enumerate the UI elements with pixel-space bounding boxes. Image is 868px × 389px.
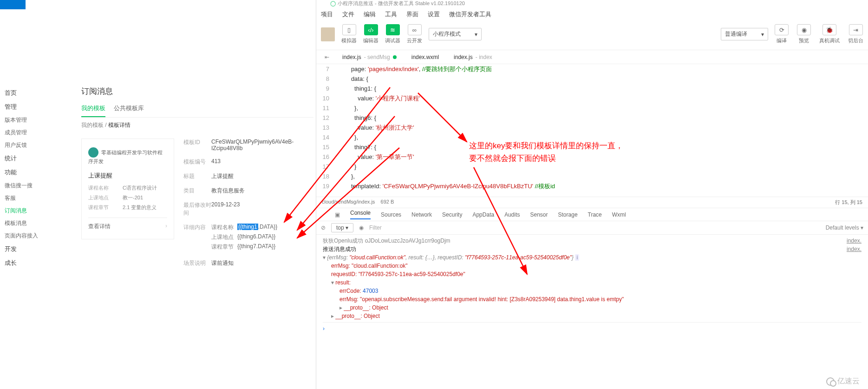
context-select[interactable]: top ▾ [331, 223, 353, 232]
tab-security[interactable]: Security [442, 211, 462, 218]
tab-audits[interactable]: Audits [504, 211, 520, 218]
tab-my-templates[interactable]: 我的模板 [81, 104, 105, 117]
page-title: 订阅消息 [81, 86, 313, 97]
console-prompt[interactable]: › [323, 322, 861, 333]
card-row-v: 2.1 变量的意义 [123, 204, 157, 211]
file-tabs: ⇤ index.js- sendMsg index.wxml index.js-… [316, 50, 868, 64]
body-k2: 上课地点 [211, 233, 237, 241]
menu-file[interactable]: 文件 [342, 10, 354, 19]
editor-button[interactable]: ‹/›编辑器 [363, 24, 379, 44]
code-lines: page: 'pages/index/index', //要跳转到那个小程序页面… [333, 64, 868, 197]
detail-body-label: 详细内容 [183, 224, 211, 253]
cloud-button[interactable]: ∞云开发 [407, 24, 422, 44]
menu-edit[interactable]: 编辑 [364, 10, 376, 19]
nav-template-msg[interactable]: 模板消息 [0, 217, 51, 230]
nav-search[interactable]: 微信搜一搜 [0, 179, 51, 192]
toolbar: ▯模拟器 ‹/›编辑器 ≋调试器 ∞云开发 小程序模式▾ 普通编译▾ ⟳编译 ◉… [316, 21, 868, 50]
tab-public-templates[interactable]: 公共模板库 [114, 104, 144, 117]
template-tabs: 我的模板 公共模板库 [81, 104, 313, 118]
card-row-v: 教一-201 [123, 194, 143, 201]
blue-header-bar [0, 0, 26, 9]
detail-title-label: 标题 [183, 172, 211, 180]
card-title: 上课提醒 [88, 171, 167, 180]
unsaved-dot-icon [393, 55, 397, 59]
menu-ui[interactable]: 界面 [406, 10, 418, 19]
compile-button[interactable]: ⟳编译 [775, 24, 789, 44]
chevron-right-icon: › [165, 223, 167, 231]
tab-sensor[interactable]: Sensor [530, 211, 548, 218]
file-tab[interactable]: index.js- sendMsg [336, 52, 403, 63]
preview-button[interactable]: ◉预览 [797, 24, 811, 44]
card-row-k: 课程名称 [88, 185, 111, 191]
nav-version[interactable]: 版本管理 [0, 114, 51, 126]
clear-console-icon[interactable]: ⊘ [321, 224, 326, 231]
menu-project[interactable]: 项目 [321, 10, 333, 19]
tab-appdata[interactable]: AppData [472, 211, 494, 218]
menu-bar: 项目 文件 编辑 工具 界面 设置 微信开发者工具 [316, 7, 868, 21]
detail-no-value: 413 [211, 158, 304, 166]
side-nav: 首页 管理 版本管理 成员管理 用户反馈 统计 功能 微信搜一搜 客服 订阅消息… [0, 86, 51, 270]
detail-id-value: CFeSWarQLMPyPjwmiy6AV4eB-IZcipu48V8b [211, 138, 304, 152]
source-link[interactable]: index. [847, 237, 861, 245]
detail-time-value: 2019-12-23 [211, 201, 304, 217]
detail-time-label: 最后修改时间 [183, 201, 211, 217]
collapse-sidebar-icon[interactable]: ⇤ [320, 54, 334, 60]
editor-statusbar: cloud/sendMsg/index.js 692 B 行 15, 列 15 [316, 197, 868, 208]
nav-page-content[interactable]: 页面内容接入 [0, 230, 51, 242]
menu-tools[interactable]: 工具 [385, 10, 397, 19]
inspect-icon[interactable]: ▣ [335, 211, 340, 218]
template-preview-card: 零基础编程开发学习软件程序开发 上课提醒 课程名称C语言程序设计 上课地点教一-… [81, 138, 174, 239]
breadcrumb: 我的模板 / 模板详情 [81, 121, 313, 129]
nav-growth[interactable]: 成长 [0, 256, 51, 270]
compile-mode-select[interactable]: 普通编译▾ [721, 28, 768, 40]
tab-storage[interactable]: Storage [558, 211, 578, 218]
tab-sources[interactable]: Sources [381, 211, 401, 218]
nav-home[interactable]: 首页 [0, 86, 51, 100]
mode-select[interactable]: 小程序模式▾ [429, 28, 482, 40]
code-editor[interactable]: 78910111213141516171819 page: 'pages/ind… [316, 64, 868, 197]
file-tab[interactable]: index.wxml [405, 52, 445, 63]
detail-cat-value: 教育信息服务 [211, 187, 304, 195]
nav-manage[interactable]: 管理 [0, 100, 51, 114]
card-row-k: 课程章节 [88, 204, 111, 211]
file-tab[interactable]: index.js- index [447, 52, 499, 63]
crumb-root[interactable]: 我的模板 [81, 122, 104, 128]
tab-trace[interactable]: Trace [588, 211, 602, 218]
nav-members[interactable]: 成员管理 [0, 126, 51, 139]
tab-console[interactable]: Console [350, 210, 371, 219]
nav-service[interactable]: 客服 [0, 192, 51, 204]
debugger-button[interactable]: ≋调试器 [385, 24, 400, 44]
body-k1: 课程名称 [211, 224, 237, 231]
console-output[interactable]: 狄狄OpenIu成功 oJDoLowLuzcJzoAVJg1crr9ogDjmi… [316, 235, 868, 335]
live-expression-icon[interactable]: ◉ [359, 224, 364, 231]
project-avatar [321, 27, 335, 41]
nav-subscribe[interactable]: 订阅消息 [0, 204, 51, 217]
crumb-current: 模板详情 [108, 122, 131, 128]
body-v3: {{thing7.DATA}} [237, 243, 275, 251]
chevron-down-icon: ▾ [475, 31, 477, 38]
avatar [88, 147, 98, 158]
remote-debug-button[interactable]: 🐞真机调试 [819, 24, 840, 44]
source-link[interactable]: index. [847, 245, 861, 253]
detail-scene-value: 课前通知 [211, 259, 304, 267]
nav-feedback[interactable]: 用户反馈 [0, 139, 51, 152]
nav-features[interactable]: 功能 [0, 165, 51, 179]
body-v2: {{thing6.DATA}} [237, 233, 275, 241]
detail-id-label: 模板ID [183, 138, 211, 152]
card-view-detail[interactable]: 查看详情› [88, 218, 167, 231]
simulator-button[interactable]: ▯模拟器 [341, 24, 357, 44]
detail-no-label: 模板编号 [183, 158, 211, 166]
log-levels-select[interactable]: Default levels ▾ [826, 224, 863, 231]
filter-input[interactable]: Filter [369, 224, 462, 231]
tab-wxml[interactable]: Wxml [612, 211, 626, 218]
background-button[interactable]: ⇥切后台 [848, 24, 863, 44]
cursor-position: 行 15, 列 15 [835, 199, 862, 206]
nav-stats[interactable]: 统计 [0, 152, 51, 165]
tab-network[interactable]: Network [411, 211, 432, 218]
menu-settings[interactable]: 设置 [428, 10, 440, 19]
menu-devtools[interactable]: 微信开发者工具 [449, 10, 491, 19]
line-gutter: 78910111213141516171819 [316, 64, 333, 197]
template-detail: 模板IDCFeSWarQLMPyPjwmiy6AV4eB-IZcipu48V8b… [183, 138, 304, 274]
nav-dev[interactable]: 开发 [0, 242, 51, 256]
chevron-down-icon: ▾ [761, 31, 764, 38]
